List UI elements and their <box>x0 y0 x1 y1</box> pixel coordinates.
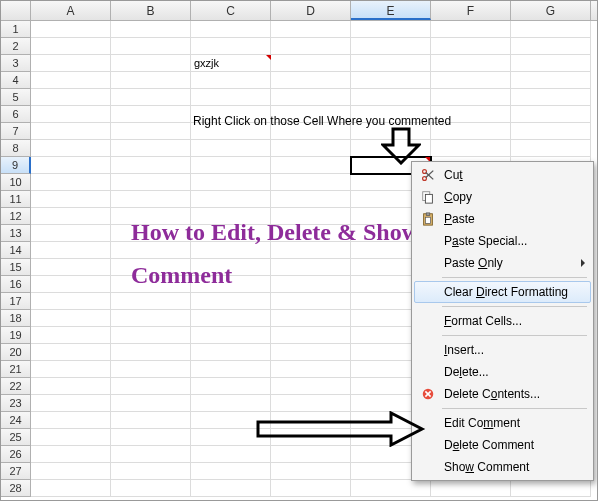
cell-B17[interactable] <box>111 293 191 310</box>
cell-A21[interactable] <box>31 361 111 378</box>
context-menu[interactable]: CutCopyPastePaste Special...Paste OnlyCl… <box>411 161 594 481</box>
cell-G4[interactable] <box>511 72 591 89</box>
cell-B9[interactable] <box>111 157 191 174</box>
cell-D17[interactable] <box>271 293 351 310</box>
cell-E2[interactable] <box>351 38 431 55</box>
cell-A1[interactable] <box>31 21 111 38</box>
column-header-D[interactable]: D <box>271 1 351 20</box>
cell-C22[interactable] <box>191 378 271 395</box>
cell-C6[interactable] <box>191 106 271 123</box>
cell-G2[interactable] <box>511 38 591 55</box>
cell-A14[interactable] <box>31 242 111 259</box>
row-header-21[interactable]: 21 <box>1 361 31 378</box>
cell-G5[interactable] <box>511 89 591 106</box>
cell-D19[interactable] <box>271 327 351 344</box>
menu-item-cut[interactable]: Cut <box>414 164 591 186</box>
cell-A4[interactable] <box>31 72 111 89</box>
cell-B4[interactable] <box>111 72 191 89</box>
cell-C5[interactable] <box>191 89 271 106</box>
cell-D9[interactable] <box>271 157 351 174</box>
cell-E5[interactable] <box>351 89 431 106</box>
cell-E8[interactable] <box>351 140 431 157</box>
cell-F8[interactable] <box>431 140 511 157</box>
cell-D28[interactable] <box>271 480 351 497</box>
cell-C21[interactable] <box>191 361 271 378</box>
menu-item-paste-special[interactable]: Paste Special... <box>414 230 591 252</box>
row-header-27[interactable]: 27 <box>1 463 31 480</box>
cell-E7[interactable] <box>351 123 431 140</box>
row-header-11[interactable]: 11 <box>1 191 31 208</box>
cell-A23[interactable] <box>31 395 111 412</box>
cell-B18[interactable] <box>111 310 191 327</box>
cell-D15[interactable] <box>271 259 351 276</box>
cell-A15[interactable] <box>31 259 111 276</box>
cell-E28[interactable] <box>351 480 431 497</box>
cell-C24[interactable] <box>191 412 271 429</box>
row-header-8[interactable]: 8 <box>1 140 31 157</box>
cell-B20[interactable] <box>111 344 191 361</box>
column-header-G[interactable]: G <box>511 1 591 20</box>
row-header-15[interactable]: 15 <box>1 259 31 276</box>
row-header-28[interactable]: 28 <box>1 480 31 497</box>
cell-B28[interactable] <box>111 480 191 497</box>
cell-D24[interactable] <box>271 412 351 429</box>
cell-A2[interactable] <box>31 38 111 55</box>
cell-D3[interactable] <box>271 55 351 72</box>
row-header-3[interactable]: 3 <box>1 55 31 72</box>
row-header-24[interactable]: 24 <box>1 412 31 429</box>
cell-B16[interactable] <box>111 276 191 293</box>
cell-D11[interactable] <box>271 191 351 208</box>
cell-A27[interactable] <box>31 463 111 480</box>
cell-D26[interactable] <box>271 446 351 463</box>
column-header-A[interactable]: A <box>31 1 111 20</box>
row-header-2[interactable]: 2 <box>1 38 31 55</box>
row-header-18[interactable]: 18 <box>1 310 31 327</box>
column-header-F[interactable]: F <box>431 1 511 20</box>
cell-C11[interactable] <box>191 191 271 208</box>
cell-G3[interactable] <box>511 55 591 72</box>
cell-A9[interactable] <box>31 157 111 174</box>
select-all-corner[interactable] <box>1 1 31 20</box>
cell-A12[interactable] <box>31 208 111 225</box>
menu-item-show-comment[interactable]: Show Comment <box>414 456 591 478</box>
row-header-23[interactable]: 23 <box>1 395 31 412</box>
cell-A11[interactable] <box>31 191 111 208</box>
cell-C2[interactable] <box>191 38 271 55</box>
cell-C12[interactable] <box>191 208 271 225</box>
cell-D2[interactable] <box>271 38 351 55</box>
cell-C20[interactable] <box>191 344 271 361</box>
cell-C27[interactable] <box>191 463 271 480</box>
cell-B12[interactable] <box>111 208 191 225</box>
cell-C7[interactable] <box>191 123 271 140</box>
menu-item-clear-format[interactable]: Clear Direct Formatting <box>414 281 591 303</box>
menu-item-paste[interactable]: Paste <box>414 208 591 230</box>
cell-F2[interactable] <box>431 38 511 55</box>
cell-F7[interactable] <box>431 123 511 140</box>
cell-A28[interactable] <box>31 480 111 497</box>
row-header-26[interactable]: 26 <box>1 446 31 463</box>
cell-D27[interactable] <box>271 463 351 480</box>
cell-G6[interactable] <box>511 106 591 123</box>
cell-G28[interactable] <box>511 480 591 497</box>
cell-B21[interactable] <box>111 361 191 378</box>
row-header-13[interactable]: 13 <box>1 225 31 242</box>
row-header-17[interactable]: 17 <box>1 293 31 310</box>
cell-C4[interactable] <box>191 72 271 89</box>
row-header-19[interactable]: 19 <box>1 327 31 344</box>
cell-B19[interactable] <box>111 327 191 344</box>
cell-D18[interactable] <box>271 310 351 327</box>
menu-item-paste-only[interactable]: Paste Only <box>414 252 591 274</box>
cell-F3[interactable] <box>431 55 511 72</box>
cell-A16[interactable] <box>31 276 111 293</box>
cell-D10[interactable] <box>271 174 351 191</box>
cell-E1[interactable] <box>351 21 431 38</box>
cell-F5[interactable] <box>431 89 511 106</box>
cell-D1[interactable] <box>271 21 351 38</box>
row-header-16[interactable]: 16 <box>1 276 31 293</box>
row-header-5[interactable]: 5 <box>1 89 31 106</box>
cell-C18[interactable] <box>191 310 271 327</box>
cell-D8[interactable] <box>271 140 351 157</box>
cell-C8[interactable] <box>191 140 271 157</box>
cell-C15[interactable] <box>191 259 271 276</box>
cell-A5[interactable] <box>31 89 111 106</box>
